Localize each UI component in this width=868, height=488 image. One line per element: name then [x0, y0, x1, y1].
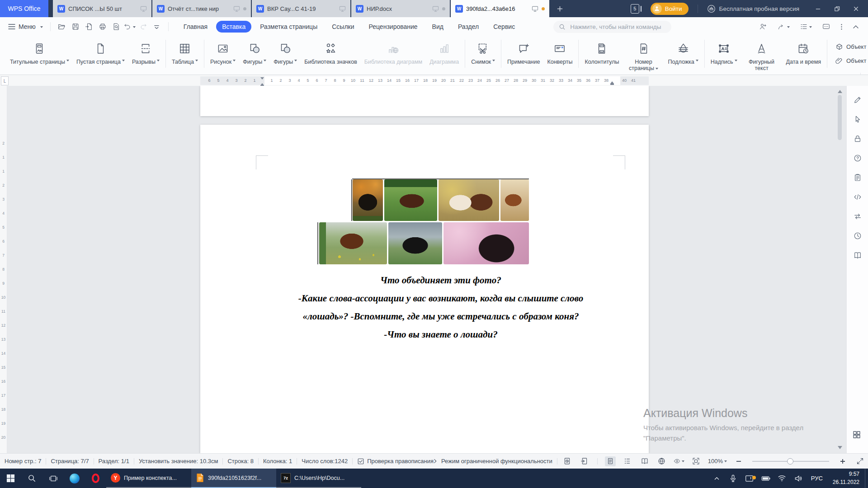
ribbon-icon-library-button[interactable]: Библиотека значков — [301, 39, 360, 67]
ribbon-screenshot-button[interactable]: Снимок — [467, 39, 499, 67]
horse-photo-6[interactable] — [388, 222, 442, 264]
ribbon-page-number-button[interactable]: Номер страницы — [623, 39, 665, 74]
save-button[interactable] — [69, 20, 82, 33]
view-outline-button[interactable] — [622, 456, 633, 466]
fit-page-icon[interactable] — [691, 456, 702, 466]
task-view-button[interactable] — [42, 469, 64, 488]
taskbar-window-document[interactable]: 390fda21051623f2f... — [191, 469, 276, 488]
horse-photo-7[interactable] — [443, 222, 529, 264]
document-tab-4[interactable]: W НИР.docx — [351, 0, 450, 17]
history-clock-icon[interactable] — [854, 232, 862, 240]
tray-expand-chevron[interactable] — [709, 476, 725, 480]
horse-photo-1[interactable] — [353, 179, 383, 221]
doc-line-4[interactable]: -Что вы знаете о лошади? — [226, 325, 656, 343]
undo-button[interactable] — [123, 20, 137, 33]
ribbon-table-button[interactable]: Таблица — [168, 39, 202, 67]
tab-page-layout[interactable]: Разметка страницы — [254, 21, 323, 33]
tab-section[interactable]: Раздел — [452, 21, 485, 33]
indent-marker-left[interactable] — [260, 77, 264, 87]
restore-button[interactable] — [827, 0, 846, 17]
tab-tools[interactable]: Сервис — [487, 21, 521, 33]
horizontal-ruler[interactable]: 654321 123456789101112131415161718192021… — [200, 76, 649, 85]
status-section[interactable]: Раздел: 1/1 — [99, 458, 129, 465]
document-tab-active[interactable]: W 390fda2...43a6e16 — [451, 0, 549, 17]
tablet-mode-tray-icon[interactable] — [741, 475, 758, 482]
ribbon-object-button[interactable]: Объект — [835, 42, 868, 51]
ribbon-date-time-button[interactable]: Дата и время — [783, 39, 825, 67]
page-history-icon[interactable] — [562, 456, 573, 466]
spellcheck-expand-chevron[interactable] — [434, 456, 437, 466]
document-text[interactable]: Что объединяет эти фото? -Какие слова-ас… — [226, 271, 656, 343]
status-set-value[interactable]: Установить значение: 10.3см — [139, 458, 218, 465]
kebab-menu-icon[interactable] — [840, 23, 843, 31]
start-button[interactable] — [0, 469, 21, 488]
status-word-count[interactable]: Число слов:1242 — [302, 458, 348, 465]
ribbon-cover-pages-button[interactable]: Титульные страницы — [6, 39, 73, 67]
workspace-grid-icon[interactable] — [852, 430, 861, 439]
status-line[interactable]: Строка: 8 — [227, 458, 253, 465]
horse-photo-5[interactable] — [319, 222, 387, 264]
indent-marker-right[interactable] — [610, 80, 614, 85]
wps-office-home-button[interactable]: WPS Office — [0, 0, 48, 17]
invite-user-button[interactable] — [759, 23, 767, 31]
spellcheck-label[interactable]: Проверка правописания — [367, 458, 434, 465]
document-tab-2[interactable]: W Отчёт ст...тике нир — [152, 0, 251, 17]
tab-home[interactable]: Главная — [178, 21, 213, 33]
horse-photo-4[interactable] — [500, 179, 529, 221]
opera-browser-icon[interactable] — [85, 469, 106, 488]
zoom-out-button[interactable] — [733, 456, 744, 466]
redo-button[interactable] — [137, 20, 150, 33]
undo-dropdown[interactable] — [133, 26, 136, 29]
scrollbar-thumb[interactable] — [838, 95, 842, 140]
code-icon[interactable] — [854, 193, 862, 201]
ribbon-wordart-button[interactable]: Фигурный текст — [741, 39, 783, 74]
battery-tray-icon[interactable] — [758, 476, 774, 481]
zoom-in-button[interactable] — [837, 456, 848, 466]
export-pdf-button[interactable] — [82, 20, 96, 33]
main-menu-button[interactable]: Меню — [5, 23, 46, 30]
horse-photo-3[interactable] — [439, 179, 499, 221]
microphone-tray-icon[interactable] — [725, 474, 741, 483]
view-read-mode-button[interactable] — [639, 456, 650, 466]
tab-review[interactable]: Рецензирование — [363, 21, 424, 33]
show-desktop-button[interactable] — [865, 469, 868, 488]
taskbar-search-button[interactable] — [21, 469, 42, 488]
wifi-tray-icon[interactable] — [774, 475, 790, 482]
ribbon-chart-library-button[interactable]: Библиотека диаграмм — [361, 39, 426, 67]
page-6-bottom[interactable] — [200, 86, 649, 116]
document-tab-1[interactable]: W СПИСОК ...Ы 50 шт — [53, 0, 151, 17]
comments-panel-button[interactable] — [822, 23, 830, 31]
volume-tray-icon[interactable] — [790, 475, 807, 482]
vertical-scrollbar[interactable] — [837, 86, 843, 453]
spellcheck-icon[interactable] — [357, 456, 364, 466]
share-dropdown[interactable] — [787, 26, 790, 29]
ribbon-shapes-button-2[interactable]: Фигуры — [270, 39, 301, 67]
document-tab-3[interactable]: W ВКР Сау...С 41-19 — [252, 0, 350, 17]
quick-toolbar-more-button[interactable] — [150, 20, 164, 33]
taskbar-clock[interactable]: 9:57 26.11.2022 — [827, 470, 865, 486]
help-icon[interactable] — [854, 154, 862, 162]
tab-view[interactable]: Вид — [426, 21, 449, 33]
ribbon-watermark-button[interactable]: Подложка — [665, 39, 702, 67]
status-page-number[interactable]: Номер стр.: 7 — [5, 458, 41, 465]
open-documents-badge[interactable]: 5 — [631, 4, 642, 14]
status-column[interactable]: Колонка: 1 — [263, 458, 292, 465]
ribbon-shapes-button[interactable]: Фигуры — [239, 39, 270, 67]
collapse-ribbon-button[interactable] — [853, 24, 859, 29]
ribbon-header-footer-button[interactable]: Колонтитулы — [581, 39, 623, 67]
minimize-button[interactable] — [808, 0, 827, 17]
command-search-input[interactable] — [569, 23, 666, 31]
new-tab-button[interactable] — [552, 0, 567, 17]
clipboard-notes-icon[interactable] — [854, 174, 862, 182]
view-print-layout-button[interactable] — [605, 456, 616, 466]
ribbon-blank-page-button[interactable]: Пустая страница — [73, 39, 128, 67]
select-cursor-icon[interactable] — [854, 115, 862, 123]
reading-book-icon[interactable] — [854, 251, 862, 259]
doc-line-1[interactable]: Что объединяет эти фото? — [226, 271, 656, 289]
tab-stop-selector[interactable]: L — [1, 76, 9, 85]
fullscreen-button[interactable] — [854, 456, 865, 466]
zoom-slider[interactable] — [752, 461, 829, 462]
zoom-level[interactable]: 100% — [708, 458, 727, 465]
goto-page-icon[interactable] — [579, 456, 590, 466]
vertical-ruler[interactable]: 211234567891011121314151617181920 — [0, 86, 7, 453]
